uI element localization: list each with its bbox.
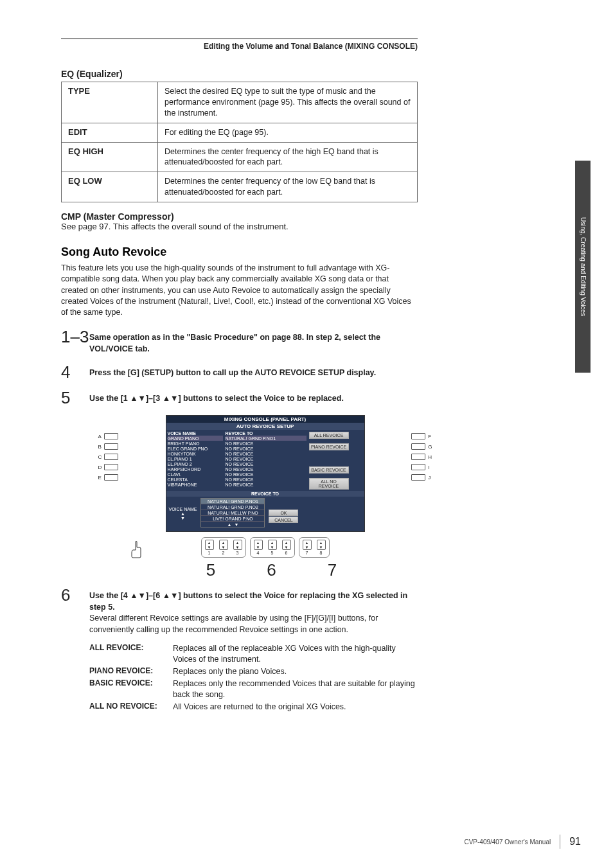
revoice-row: NO REVOICE bbox=[226, 482, 306, 487]
manual-name: CVP-409/407 Owner's Manual bbox=[464, 838, 551, 846]
piano-revoice-button[interactable]: PIANO REVOICE bbox=[309, 443, 349, 450]
table-row: EQ HIGH Determines the center frequency … bbox=[62, 142, 418, 172]
param-desc: Determines the center frequency of the h… bbox=[158, 142, 418, 172]
table-row: EQ LOW Determines the center frequency o… bbox=[62, 172, 418, 202]
updown-1[interactable]: ▲▼ bbox=[205, 540, 214, 550]
basic-revoice-button[interactable]: BASIC REVOICE bbox=[309, 466, 349, 474]
param-label: TYPE bbox=[62, 82, 158, 123]
panel-btn-label: B bbox=[98, 444, 102, 450]
eq-table: TYPE Select the desired EQ type to suit … bbox=[61, 82, 418, 202]
divider bbox=[560, 835, 560, 849]
voice-name-label: VOICE NAME ▲▼ bbox=[169, 507, 197, 520]
btn-num: 7 bbox=[306, 551, 308, 555]
updown-8[interactable]: ▲▼ bbox=[317, 540, 326, 550]
param-label: EQ HIGH bbox=[62, 142, 158, 172]
updown-6[interactable]: ▲▼ bbox=[282, 540, 291, 550]
revoice-row: NO REVOICE bbox=[226, 466, 306, 472]
voice-row: ELEC GRAND PNO bbox=[168, 446, 223, 451]
callout-7: 7 bbox=[328, 560, 337, 580]
revoice-options: NATURAL! GRND P.NO1 NATURAL! GRND P.NO2 … bbox=[200, 498, 265, 527]
param-desc: Determines the center frequency of the l… bbox=[158, 172, 418, 202]
pointing-hand-icon bbox=[128, 541, 143, 559]
panel-button-f[interactable] bbox=[411, 433, 425, 439]
option-row: LIVE! GRAND P.NO bbox=[201, 516, 264, 522]
ok-button[interactable]: OK bbox=[269, 509, 298, 516]
voice-row: EL.PIANO 2 bbox=[168, 461, 223, 466]
panel-button-b[interactable] bbox=[104, 443, 118, 450]
option-row: NATURAL! GRND P.NO2 bbox=[201, 504, 264, 510]
up-down-arrows-icon: ▲▼ bbox=[169, 511, 197, 520]
updown-buttons: ▲▼1 ▲▼2 ▲▼3 ▲▼4 ▲▼5 ▲▼6 ▲▼7 ▲▼8 bbox=[130, 537, 400, 558]
panel-btn-label: C bbox=[98, 454, 102, 460]
panel-btn-label: F bbox=[428, 434, 431, 439]
panel-btn-label: E bbox=[98, 475, 102, 481]
panel-button-d[interactable] bbox=[104, 464, 118, 470]
voice-row: HONKYTONK bbox=[168, 451, 223, 456]
voice-row: VIBRAPHONE bbox=[168, 482, 223, 487]
step-number: 4 bbox=[61, 364, 89, 380]
updown-4[interactable]: ▲▼ bbox=[254, 540, 263, 550]
cmp-title: CMP (Master Compressor) bbox=[61, 211, 174, 222]
footer: CVP-409/407 Owner's Manual 91 bbox=[464, 835, 581, 849]
tab-label: Using, Creating and Editing Voices bbox=[580, 217, 587, 316]
panel-buttons-right: F G H I J bbox=[411, 433, 432, 484]
btn-num: 6 bbox=[285, 551, 288, 555]
voice-row: BRIGHT PIANO bbox=[168, 441, 223, 446]
voice-row: EL.PIANO 1 bbox=[168, 456, 223, 461]
up-down-arrows-icon: ▲ ▼ bbox=[201, 522, 264, 527]
cmp-desc: See page 97. This affects the overall so… bbox=[61, 222, 289, 231]
panel-btn-label: H bbox=[428, 454, 432, 460]
revoice-row: NATURAL! GRND P.NO1 bbox=[226, 436, 306, 441]
param-desc: Select the desired EQ type to suit the t… bbox=[158, 82, 418, 123]
step-text: Use the [1 ▲▼]–[3 ▲▼] buttons to select … bbox=[89, 393, 418, 405]
updown-3[interactable]: ▲▼ bbox=[233, 540, 242, 550]
updown-2[interactable]: ▲▼ bbox=[219, 540, 228, 550]
panel-buttons-left: A B C D E bbox=[98, 433, 119, 484]
step-number: 1–3 bbox=[61, 328, 89, 355]
callout-5: 5 bbox=[206, 560, 215, 580]
all-revoice-button[interactable]: ALL REVOICE bbox=[309, 432, 349, 439]
col-header: VOICE NAME bbox=[168, 430, 223, 436]
callout-6: 6 bbox=[267, 560, 276, 580]
btn-num: 5 bbox=[271, 551, 274, 555]
revoice-def: BASIC REVOICE: Replaces only the recomme… bbox=[89, 678, 418, 700]
def-desc: All Voices are returned to the original … bbox=[173, 702, 346, 713]
panel-btn-label: G bbox=[428, 444, 432, 450]
btn-num: 2 bbox=[222, 551, 225, 555]
panel-button-j[interactable] bbox=[411, 474, 425, 481]
revoice-row: NO REVOICE bbox=[226, 477, 306, 482]
step-text: Press the [G] (SETUP) button to call up … bbox=[89, 368, 418, 379]
eq-heading: EQ (Equalizer) bbox=[61, 69, 418, 79]
def-term: ALL NO REVOICE: bbox=[89, 702, 173, 713]
side-tab: Using, Creating and Editing Voices bbox=[575, 161, 591, 610]
step-number: 5 bbox=[61, 389, 89, 406]
btn-num: 8 bbox=[320, 551, 323, 555]
section-title: Song Auto Revoice bbox=[61, 245, 418, 259]
running-header: Editing the Volume and Tonal Balance (MI… bbox=[61, 42, 418, 51]
panel-button-h[interactable] bbox=[411, 454, 425, 460]
cancel-button[interactable]: CANCEL bbox=[269, 517, 298, 523]
voice-name-text: VOICE NAME bbox=[169, 507, 197, 511]
panel-btn-label: I bbox=[428, 465, 429, 470]
btn-num: 1 bbox=[208, 551, 211, 555]
panel-button-g[interactable] bbox=[411, 443, 425, 450]
updown-5[interactable]: ▲▼ bbox=[268, 540, 277, 550]
updown-7[interactable]: ▲▼ bbox=[303, 540, 312, 550]
col-header: REVOICE TO bbox=[226, 430, 306, 436]
revoice-row: NO REVOICE bbox=[226, 446, 306, 451]
panel-button-e[interactable] bbox=[104, 474, 118, 481]
voice-row: CLAVI. bbox=[168, 472, 223, 477]
option-row: NATURAL! GRND P.NO1 bbox=[201, 499, 264, 504]
panel-btn-label: J bbox=[428, 475, 431, 481]
all-no-revoice-button[interactable]: ALL NO REVOICE bbox=[309, 478, 349, 490]
cmp-block: CMP (Master Compressor) See page 97. Thi… bbox=[61, 211, 418, 231]
param-label: EDIT bbox=[62, 123, 158, 142]
step-4: 4 Press the [G] (SETUP) button to call u… bbox=[61, 364, 418, 380]
panel-button-a[interactable] bbox=[104, 433, 118, 439]
panel-button-c[interactable] bbox=[104, 454, 118, 460]
section-desc: This feature lets you use the high-quali… bbox=[61, 263, 418, 318]
panel-button-i[interactable] bbox=[411, 464, 425, 470]
revoice-def: ALL NO REVOICE: All Voices are returned … bbox=[89, 702, 418, 713]
table-row: TYPE Select the desired EQ type to suit … bbox=[62, 82, 418, 123]
revoice-def: ALL REVOICE: Replaces all of the replace… bbox=[89, 643, 418, 665]
